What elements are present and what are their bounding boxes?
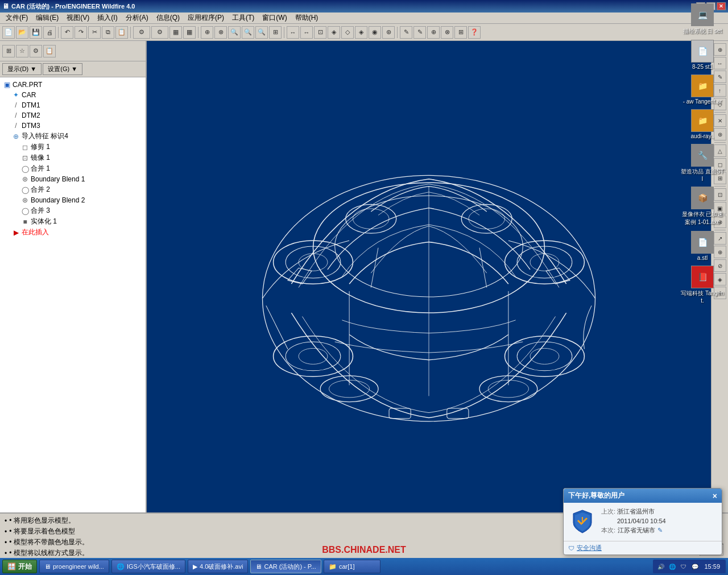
display-btn[interactable]: 显示(D) ▼ [2,63,42,75]
tb21[interactable]: ✎ [400,26,412,39]
tb5[interactable]: ▦ [169,26,182,39]
toolbar: 📄 📂 💾 🖨 ↶ ↷ ✂ ⧉ 📋 ⚙ ⚙ ▦ ▦ ⊕ ⊗ 🔍 🔍 🔍 ⊞ ↔ … [0,24,728,41]
save-button[interactable]: 💾 [30,26,42,39]
desktop-icon-img-0: 💻 [691,3,714,26]
menu-item-i[interactable]: 插入(I) [94,13,121,23]
tree-icon-7: ◯ [20,164,30,173]
notification-footer[interactable]: 🛡 安全沟通 [564,541,722,555]
tray-icon3[interactable]: 🛡 [679,562,688,571]
svg-point-6 [469,209,505,229]
redo-button[interactable]: ↷ [75,26,87,39]
open-button[interactable]: 📂 [16,26,28,39]
tb16[interactable]: ◈ [328,26,340,39]
tb6[interactable]: ▦ [183,26,196,39]
tray-icon2[interactable]: 🌐 [668,562,677,571]
tb14[interactable]: ↔ [300,26,313,39]
tree-item-5[interactable]: ◻ 修剪 1 [0,142,146,152]
tb20[interactable]: ⊛ [382,26,395,39]
desktop-icon-label-1: 8-25 st1 [692,64,713,70]
edit-icon[interactable]: ✎ [657,527,663,534]
tree-item-0[interactable]: ✦ CAR [0,90,146,100]
tree-root[interactable]: ▣ CAR.PRT [0,80,146,90]
tb26[interactable]: ❓ [468,26,481,39]
menu-item-v[interactable]: 视图(V) [63,13,93,23]
tb22[interactable]: ✎ [413,26,426,39]
main-layout: ⊞ ☆ ⚙ 📋 显示(D) ▼ 设置(G) ▼ ▣ CAR.PRT ✦ CAR/… [0,41,728,512]
desktop-icon-1[interactable]: 📄 8-25 st1 [680,39,725,71]
tb13[interactable]: ↔ [287,26,299,39]
cut-button[interactable]: ✂ [88,26,101,39]
lt-icon4[interactable]: 📋 [43,45,56,57]
desktop-icon-6[interactable]: 📄 a.stl [680,230,725,262]
menu-item-a[interactable]: 分析(A) [122,13,152,23]
start-button[interactable]: 🪟 开始 [2,560,37,573]
tb19[interactable]: ◉ [369,26,381,39]
menu-item-t[interactable]: 工具(T) [229,13,258,23]
desktop-icon-2[interactable]: 📁 - aw Tangent.ar [680,73,725,106]
tree-item-9[interactable]: ◯ 合并 2 [0,184,146,195]
desktop-icon-label-3: audi-ray.. [691,133,714,139]
shield-small-icon: 🛡 [568,545,574,552]
notification-close-button[interactable]: × [713,491,717,500]
new-button[interactable]: 📄 [2,26,15,39]
tb11[interactable]: 🔍 [255,26,268,39]
lt-icon2[interactable]: ☆ [16,45,28,57]
tree-item-4[interactable]: ⊕ 导入特征 标识4 [0,131,146,142]
tb7[interactable]: ⊕ [201,26,213,39]
print-button[interactable]: 🖨 [43,26,56,39]
tb3[interactable]: ⚙ [133,26,150,39]
menu-item-q[interactable]: 信息(Q) [153,13,183,23]
tree-item-8[interactable]: ⊛ Boundary Blend 1 [0,174,146,184]
taskbar-item-2[interactable]: ▶ 4.0破面修补.avi [188,560,248,573]
tb24[interactable]: ⊗ [441,26,453,39]
viewport[interactable] [147,41,711,512]
tb23[interactable]: ⊕ [427,26,440,39]
lt-icon1[interactable]: ⊞ [2,45,15,57]
svg-point-18 [286,342,341,371]
tb25[interactable]: ⊞ [454,26,467,39]
desktop-icon-0[interactable]: 💻 描绘系统 日 set [680,2,725,36]
tree-item-2[interactable]: / DTM2 [0,110,146,121]
tb10[interactable]: 🔍 [242,26,254,39]
tree-item-7[interactable]: ◯ 合并 1 [0,163,146,174]
tree-item-6[interactable]: ⊡ 镜像 1 [0,152,146,163]
menu-item-p[interactable]: 应用程序(P) [184,13,228,23]
tree-item-10[interactable]: ⊛ Boundary Blend 2 [0,195,146,205]
tb8[interactable]: ⊗ [214,26,227,39]
paste-button[interactable]: 📋 [115,26,128,39]
tree-item-1[interactable]: / DTM1 [0,100,146,110]
tree-item-13[interactable]: ▶ 在此插入 [0,227,146,238]
tray-icon4[interactable]: 💬 [690,562,700,571]
menu-item-h[interactable]: 帮助(H) [292,13,322,23]
desktop-icon-3[interactable]: 📁 audi-ray.. [680,108,725,140]
settings-btn[interactable]: 设置(G) ▼ [43,63,82,75]
notification-title: 下午好,尊敬的用户 × [564,489,722,503]
notification-text: 上次: 浙江省温州市 2011/04/10 10:54 本次: 江苏省无锡市 ✎ [601,507,666,536]
copy-button[interactable]: ⧉ [102,26,114,39]
tray-icon1[interactable]: 🔊 [656,562,665,571]
tree-item-3[interactable]: / DTM3 [0,121,146,131]
menu-item-e[interactable]: 编辑(E) [32,13,62,23]
taskbar-item-3[interactable]: 🖥 CAR (活动的) - P... [250,560,321,573]
menu-item-f[interactable]: 文件(F) [2,13,31,23]
undo-button[interactable]: ↶ [61,26,73,39]
folder-icon: ▣ [2,80,11,89]
tree-item-12[interactable]: ■ 实体化 1 [0,216,146,227]
tb17[interactable]: ◇ [341,26,354,39]
desktop-icon-5[interactable]: 📦 显像伴衣 已加速案例 1-01.axe [680,185,725,227]
tb18[interactable]: ◈ [355,26,367,39]
taskbar-item-1[interactable]: 🌐 IGS小汽车破面修... [111,560,185,573]
tb9[interactable]: 🔍 [228,26,241,39]
tb4[interactable]: ⚙ [151,26,168,39]
desktop-icon-img-3: 📁 [691,109,714,132]
desktop-icon-4[interactable]: 🔧 塑造功品 直面STI [680,143,725,183]
tree-item-11[interactable]: ◯ 合并 3 [0,205,146,216]
desktop-icon-7[interactable]: 📕 写端科技 Tangent. [680,264,725,305]
tb15[interactable]: ⊡ [314,26,326,39]
sep4 [284,27,284,38]
taskbar-item-0[interactable]: 🖥 proengineer wild... [39,560,109,573]
tb12[interactable]: ⊞ [269,26,282,39]
menu-item-w[interactable]: 窗口(W) [259,13,290,23]
lt-icon3[interactable]: ⚙ [30,45,42,57]
taskbar-item-4[interactable]: 📁 car[1] [324,560,380,573]
